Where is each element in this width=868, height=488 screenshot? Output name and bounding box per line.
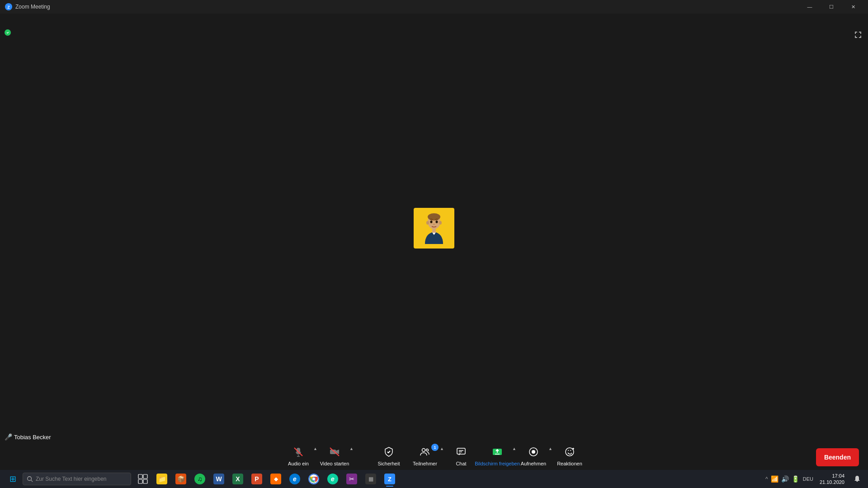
audio-button[interactable]: Audio ein [280,443,316,470]
svg-point-5 [426,221,429,225]
muted-mic-icon: 🎤 [5,433,12,441]
taskbar-task-view[interactable] [134,470,152,488]
svg-point-27 [28,477,32,481]
participants-badge: 1 [431,444,439,451]
svg-point-6 [439,221,442,225]
svg-rect-31 [138,479,142,483]
security-button[interactable]: Sicherheit [371,443,407,470]
security-badge [5,29,11,36]
reactions-icon [564,446,575,459]
taskbar-edge[interactable]: e [286,470,304,488]
record-button[interactable]: Aufnehmen [515,443,552,470]
search-icon [27,476,33,482]
svg-point-7 [430,221,433,223]
participants-group: 1 Teilnehmer ▲ [407,443,443,470]
svg-point-8 [436,221,438,223]
video-group: Video starten ▲ [316,443,353,470]
taskbar-zoom[interactable]: Z [381,470,399,488]
participants-icon [420,446,430,459]
file-explorer-icon: 📁 [156,474,167,484]
minimize-button[interactable]: — [799,0,820,14]
video-icon [329,446,340,459]
svg-line-28 [31,480,33,482]
volume-icon[interactable]: 🔊 [781,475,789,483]
taskbar-edge2[interactable]: e [324,470,342,488]
share-label: Bildschirm freigeben [475,461,520,466]
taskbar-spotify[interactable]: ♫ [191,470,209,488]
search-placeholder: Zur Suche Text hier eingeben [36,476,107,482]
participants-button[interactable]: 1 Teilnehmer [407,443,443,470]
reactions-label: Reaktionen [557,461,582,466]
chat-button[interactable]: Chat [443,443,479,470]
record-label: Aufnehmen [521,461,546,466]
taskbar-word[interactable]: W [210,470,228,488]
taskbar-snip[interactable]: ✂ [343,470,361,488]
battery-icon[interactable]: 🔋 [792,475,799,483]
taskbar-app-orange2[interactable]: ◆ [267,470,285,488]
video-button[interactable]: Video starten [316,443,353,470]
audio-label: Audio ein [288,461,309,466]
spotify-icon: ♫ [194,474,205,484]
sys-tray-icons: ^ 📶 🔊 🔋 [765,475,799,483]
toolbar: Audio ein ▲ Video starten ▲ [0,443,868,470]
reactions-button[interactable]: Reaktionen [552,443,588,470]
powerpoint-icon: P [251,474,262,484]
video-expand-arrow[interactable]: ▲ [349,446,354,451]
record-group: Aufnehmen ▲ [515,443,552,470]
taskbar: ⊞ Zur Suche Text hier eingeben 📁 📦 [0,470,868,488]
taskbar-excel[interactable]: X [229,470,247,488]
taskbar-app-dark[interactable]: ▦ [362,470,380,488]
taskbar-powerpoint[interactable]: P [248,470,266,488]
windows-icon: ⊞ [9,474,16,484]
notifications-button[interactable] [851,473,863,485]
svg-point-24 [569,451,571,453]
taskbar-app-orange[interactable]: 📦 [172,470,190,488]
system-clock[interactable]: 17:04 21.10.2020 [817,473,847,486]
close-button[interactable]: ✕ [843,0,863,14]
network-icon[interactable]: 📶 [771,475,778,483]
svg-rect-16 [457,448,465,454]
word-icon: W [213,474,224,484]
maximize-button[interactable]: ☐ [821,0,842,14]
window-title: Zoom Meeting [15,4,799,10]
chat-label: Chat [456,461,466,466]
taskbar-file-explorer[interactable]: 📁 [153,470,171,488]
expand-tray-icon[interactable]: ^ [765,476,768,482]
dark-app-icon: ▦ [365,474,376,484]
end-meeting-button[interactable]: Beenden [816,448,859,466]
svg-rect-4 [432,228,436,233]
audio-group: Audio ein ▲ [280,443,316,470]
titlebar-zoom-icon: Z [5,3,13,11]
svg-point-22 [532,450,535,454]
zoom-active-indicator [386,486,393,487]
svg-rect-29 [138,474,142,479]
main-content [0,14,868,443]
chat-icon [456,446,467,459]
video-label: Video starten [320,461,349,466]
language-indicator: DEU [803,476,813,482]
clock-time: 17:04 [820,473,844,479]
start-button[interactable]: ⊞ [3,470,23,488]
share-button[interactable]: Bildschirm freigeben [479,443,515,470]
svg-point-36 [312,478,315,480]
expand-button[interactable] [853,29,863,40]
edge-icon: e [289,474,300,484]
excel-icon: X [232,474,243,484]
svg-rect-32 [143,479,147,483]
participant-name-text: Tobias Becker [14,434,51,441]
security-icon [383,446,394,459]
security-indicator [5,29,11,36]
edge2-icon: e [327,474,338,484]
svg-point-3 [428,213,440,221]
titlebar: Z Zoom Meeting — ☐ ✕ [0,0,868,14]
orange2-icon: ◆ [270,474,281,484]
svg-rect-30 [143,474,147,479]
participant-name-label: 🎤 Tobias Becker [5,433,51,441]
svg-point-14 [422,449,425,452]
task-view-icon [138,474,148,484]
taskbar-chrome[interactable] [305,470,323,488]
taskbar-search[interactable]: Zur Suche Text hier eingeben [23,473,131,485]
notification-icon [854,475,861,483]
taskbar-apps: 📁 📦 ♫ W X P [134,470,765,488]
clock-date: 21.10.2020 [820,479,844,485]
